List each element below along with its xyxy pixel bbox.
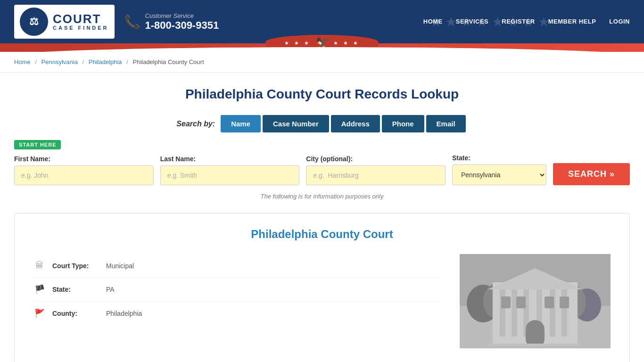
court-card-title: Philadelphia County Court xyxy=(33,228,611,241)
cs-info: Customer Service 1-800-309-9351 xyxy=(145,12,219,32)
svg-rect-15 xyxy=(501,296,511,308)
court-info-body: 🏛 Court Type: Municipal 🏴 State: PA 🚩 Co… xyxy=(33,254,611,348)
svg-rect-20 xyxy=(488,344,582,346)
court-type-value: Municipal xyxy=(106,262,134,270)
city-field: City (optional): xyxy=(306,155,446,185)
svg-rect-19 xyxy=(486,346,585,348)
last-name-label: Last Name: xyxy=(160,155,300,163)
star-left: ★ ★ ★ xyxy=(284,40,311,46)
search-form-area: START HERE First Name: Last Name: City (… xyxy=(14,140,630,185)
logo: ⚖ COURT CASE FINDER xyxy=(14,5,115,39)
search-button[interactable]: SEARCH » xyxy=(553,163,630,185)
search-by-row: Search by: Name Case Number Address Phon… xyxy=(14,115,630,132)
first-name-field: First Name: xyxy=(14,155,154,185)
customer-service: 📞 Customer Service 1-800-309-9351 xyxy=(124,12,219,32)
court-image xyxy=(460,254,611,348)
search-form: First Name: Last Name: City (optional): … xyxy=(14,154,630,185)
tab-case-number[interactable]: Case Number xyxy=(263,115,329,132)
nav-home[interactable]: HOME xyxy=(423,18,443,26)
search-by-label: Search by: xyxy=(176,120,215,128)
star-right: ★ ★ ★ xyxy=(333,40,360,46)
breadcrumb-current: Philadelphia County Court xyxy=(132,58,204,66)
cs-phone: 1-800-309-9351 xyxy=(145,19,219,32)
breadcrumb-philadelphia[interactable]: Philadelphia xyxy=(89,58,122,66)
nav-member-help[interactable]: MEMBER HELP xyxy=(548,18,596,26)
logo-text: COURT CASE FINDER xyxy=(53,13,109,31)
tab-phone[interactable]: Phone xyxy=(382,115,424,132)
court-state-row: 🏴 State: PA xyxy=(33,278,441,302)
court-state-icon: 🏴 xyxy=(33,284,46,295)
court-county-label: County: xyxy=(52,310,99,317)
court-state-label: State: xyxy=(52,286,99,293)
first-name-input[interactable] xyxy=(14,165,154,185)
state-select[interactable]: Pennsylvania AlabamaAlaskaArizonaArkansa… xyxy=(452,165,546,185)
nav-register[interactable]: REGISTER xyxy=(502,18,535,26)
court-state-value: PA xyxy=(106,286,115,293)
state-field: State: Pennsylvania AlabamaAlaskaArizona… xyxy=(452,154,546,185)
breadcrumb-pennsylvania[interactable]: Pennsylvania xyxy=(41,58,78,66)
tab-email[interactable]: Email xyxy=(426,115,466,132)
search-btn-wrap: SEARCH » xyxy=(553,163,630,185)
main-content: Philadelphia County Court Records Lookup… xyxy=(0,73,644,362)
header-left: ⚖ COURT CASE FINDER 📞 Customer Service 1… xyxy=(14,5,219,39)
breadcrumb-sep-2: / xyxy=(83,58,84,66)
city-input[interactable] xyxy=(306,165,446,185)
court-county-icon: 🚩 xyxy=(33,308,46,319)
breadcrumb-home[interactable]: Home xyxy=(14,58,31,66)
tab-name[interactable]: Name xyxy=(221,115,261,132)
nav-services[interactable]: SERVICES xyxy=(456,18,489,26)
court-type-row: 🏛 Court Type: Municipal xyxy=(33,254,441,278)
svg-rect-18 xyxy=(560,296,569,308)
court-type-icon: 🏛 xyxy=(33,261,46,271)
svg-rect-17 xyxy=(545,296,554,308)
eagle-icon: 🦅 xyxy=(316,37,329,49)
logo-sub-text: CASE FINDER xyxy=(53,25,109,31)
court-type-label: Court Type: xyxy=(52,262,99,270)
nav-login[interactable]: LOGIN xyxy=(609,18,630,26)
svg-rect-8 xyxy=(512,289,517,337)
court-county-row: 🚩 County: Philadelphia xyxy=(33,302,441,325)
wave-bar: ★ ★ ★ 🦅 ★ ★ ★ xyxy=(0,43,644,52)
start-here-badge: START HERE xyxy=(14,140,61,149)
phone-icon: 📞 xyxy=(124,14,140,30)
state-label: State: xyxy=(452,154,546,162)
logo-emblem: ⚖ xyxy=(20,8,48,36)
logo-court-text: COURT xyxy=(53,13,109,25)
eagle-banner: ★ ★ ★ 🦅 ★ ★ ★ xyxy=(265,35,378,49)
breadcrumb-sep-3: / xyxy=(126,58,128,66)
main-nav: HOME SERVICES REGISTER MEMBER HELP LOGIN xyxy=(423,18,630,26)
last-name-field: Last Name: xyxy=(160,155,300,185)
first-name-label: First Name: xyxy=(14,155,154,163)
court-card: Philadelphia County Court 🏛 Court Type: … xyxy=(14,213,630,362)
court-county-value: Philadelphia xyxy=(106,310,142,317)
last-name-input[interactable] xyxy=(160,165,300,185)
city-label: City (optional): xyxy=(306,155,446,163)
svg-rect-16 xyxy=(516,296,526,308)
breadcrumb-sep-1: / xyxy=(35,58,37,66)
court-details: 🏛 Court Type: Municipal 🏴 State: PA 🚩 Co… xyxy=(33,254,441,325)
info-text: The following is for information purpose… xyxy=(14,193,630,200)
tab-address[interactable]: Address xyxy=(331,115,380,132)
page-title: Philadelphia County Court Records Lookup xyxy=(14,87,630,102)
cs-label: Customer Service xyxy=(145,12,219,19)
